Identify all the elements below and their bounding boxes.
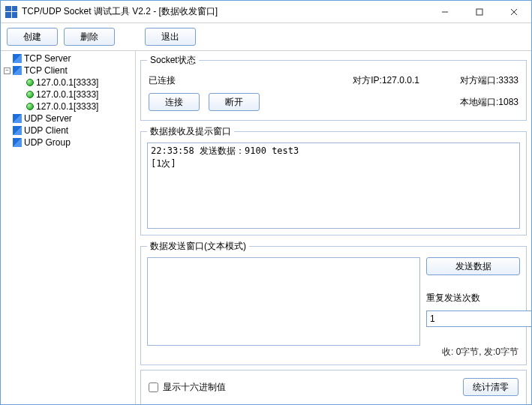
window-controls bbox=[428, 1, 531, 22]
connected-icon bbox=[26, 91, 34, 98]
peer-ip-label: 对方IP:127.0.0.1 bbox=[353, 74, 419, 87]
tree-label: 127.0.0.1[3333] bbox=[36, 101, 98, 112]
send-legend: 数据发送窗口(文本模式) bbox=[147, 240, 249, 253]
exit-button[interactable]: 退出 bbox=[145, 28, 196, 46]
repeat-input[interactable] bbox=[426, 310, 531, 327]
main-panel: Socket状态 已连接 对方IP:127.0.0.1 对方端口:3333 连接… bbox=[136, 51, 531, 404]
connect-button[interactable]: 连接 bbox=[149, 93, 200, 111]
create-button[interactable]: 创建 bbox=[7, 28, 58, 46]
tree-label: TCP Client bbox=[24, 65, 68, 76]
svg-rect-1 bbox=[476, 9, 482, 15]
hex-checkbox-label: 显示十六进制值 bbox=[163, 381, 226, 394]
sidebar-tree[interactable]: TCP Server −TCP Client 127.0.0.1[3333] 1… bbox=[1, 51, 136, 404]
tree-label: UDP Server bbox=[24, 113, 72, 124]
bottom-group: 显示十六进制值 统计清零 bbox=[140, 370, 527, 404]
recv-log[interactable]: 22:33:58 发送数据：9100 test3 [1次] bbox=[147, 142, 520, 229]
recv-legend: 数据接收及提示窗口 bbox=[147, 125, 234, 138]
tree-label: 127.0.0.1[3333] bbox=[36, 77, 98, 88]
send-group: 数据发送窗口(文本模式) 发送数据 重复发送次数 收: 0字节, 发:0字节 bbox=[140, 240, 527, 365]
repeat-label: 重复发送次数 bbox=[426, 292, 520, 304]
disconnect-button[interactable]: 断开 bbox=[209, 93, 260, 111]
titlebar-text: TCP/UDP Socket 调试工具 V2.2 - [数据收发窗口] bbox=[22, 5, 428, 18]
tree-label: UDP Group bbox=[24, 137, 71, 148]
send-button[interactable]: 发送数据 bbox=[426, 257, 520, 275]
hex-checkbox-input[interactable] bbox=[149, 382, 158, 392]
connected-icon bbox=[26, 79, 34, 86]
repeat-select[interactable] bbox=[426, 310, 520, 327]
body: TCP Server −TCP Client 127.0.0.1[3333] 1… bbox=[1, 51, 531, 404]
app-icon bbox=[5, 6, 17, 18]
connected-icon bbox=[26, 103, 34, 110]
tree-label: TCP Server bbox=[24, 53, 71, 64]
minimize-button[interactable] bbox=[428, 1, 462, 22]
delete-button[interactable]: 删除 bbox=[64, 28, 115, 46]
titlebar: TCP/UDP Socket 调试工具 V2.2 - [数据收发窗口] bbox=[1, 1, 531, 23]
server-icon bbox=[13, 54, 22, 63]
stats-clear-button[interactable]: 统计清零 bbox=[463, 378, 518, 396]
recv-group: 数据接收及提示窗口 22:33:58 发送数据：9100 test3 [1次] bbox=[140, 125, 527, 236]
tree-node-udp-server[interactable]: UDP Server bbox=[2, 112, 134, 124]
tree-label: 127.0.0.1[3333] bbox=[36, 89, 98, 100]
tree-node-connection[interactable]: 127.0.0.1[3333] bbox=[2, 76, 134, 88]
connection-state: 已连接 bbox=[149, 74, 209, 87]
tree-node-connection[interactable]: 127.0.0.1[3333] bbox=[2, 88, 134, 100]
socket-status-group: Socket状态 已连接 对方IP:127.0.0.1 对方端口:3333 连接… bbox=[140, 54, 527, 121]
tree-node-tcp-client[interactable]: −TCP Client bbox=[2, 64, 134, 76]
tree-node-udp-client[interactable]: UDP Client bbox=[2, 124, 134, 136]
app-window: TCP/UDP Socket 调试工具 V2.2 - [数据收发窗口] 创建 删… bbox=[0, 0, 532, 405]
collapse-icon[interactable]: − bbox=[4, 68, 11, 74]
close-button[interactable] bbox=[497, 1, 531, 22]
tree-node-connection[interactable]: 127.0.0.1[3333] bbox=[2, 100, 134, 112]
send-controls: 发送数据 重复发送次数 bbox=[426, 257, 520, 346]
peer-port-label: 对方端口:3333 bbox=[460, 74, 518, 87]
tree-label: UDP Client bbox=[24, 125, 68, 136]
client-icon bbox=[13, 126, 22, 135]
maximize-button[interactable] bbox=[462, 1, 497, 22]
group-icon bbox=[13, 138, 22, 147]
byte-stats: 收: 0字节, 发:0字节 bbox=[147, 346, 520, 358]
hex-checkbox[interactable]: 显示十六进制值 bbox=[149, 381, 226, 394]
tree-node-tcp-server[interactable]: TCP Server bbox=[2, 52, 134, 64]
server-icon bbox=[13, 114, 22, 123]
toolbar: 创建 删除 退出 bbox=[1, 23, 531, 51]
client-icon bbox=[13, 66, 22, 75]
tree-node-udp-group[interactable]: UDP Group bbox=[2, 136, 134, 148]
socket-status-legend: Socket状态 bbox=[147, 54, 199, 67]
send-textarea[interactable] bbox=[147, 257, 420, 346]
local-port-label: 本地端口:1083 bbox=[460, 96, 518, 109]
